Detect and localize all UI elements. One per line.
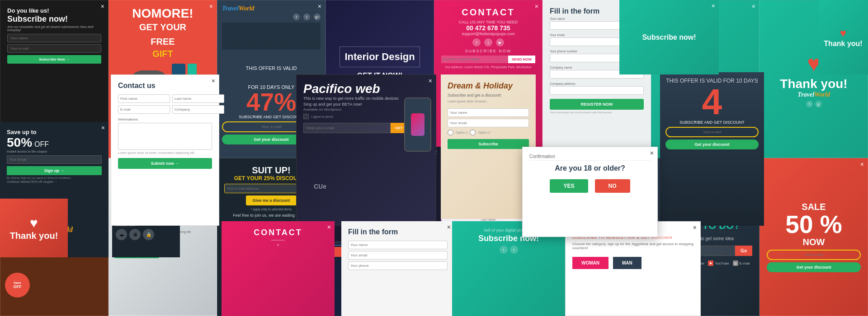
close-icon[interactable]: × [212, 77, 215, 84]
contact-title: CONTACT [254, 228, 302, 237]
fb-icon[interactable]: f [806, 101, 813, 107]
email-input[interactable] [7, 155, 102, 164]
close-icon[interactable]: × [318, 3, 321, 10]
panel-contact-dark[interactable]: × CONTACT X [222, 221, 335, 316]
lorem-text: Lorem ipsum dolor sit amet, consectetur … [118, 151, 212, 154]
sign-button[interactable]: Sign up → [7, 166, 102, 175]
first-name-input[interactable] [118, 94, 170, 103]
yt-icon[interactable]: ▶ [708, 260, 713, 266]
email-input[interactable] [441, 56, 508, 63]
email-icon[interactable]: @ [733, 260, 738, 266]
subscribe-button[interactable]: Subscribe [448, 139, 529, 149]
panel-dream-holiday[interactable]: Dream & Holiday Subscribe and get a disc… [441, 74, 536, 219]
close-icon[interactable]: × [101, 124, 105, 131]
monitor-icon: 🖥 [129, 229, 141, 240]
close-icon[interactable]: × [752, 3, 755, 10]
save-text: Save [14, 281, 21, 284]
yt-icon[interactable]: ▶ [496, 38, 504, 46]
panel-age-verification[interactable]: × Confirmation Are you 18 or older? YES … [522, 147, 658, 237]
save-50-text: 50% [7, 135, 32, 150]
close-icon[interactable]: × [101, 3, 104, 10]
information-textarea[interactable] [118, 123, 212, 150]
disclaimer-text: Your information will not be shared with… [550, 111, 644, 114]
email-label: E-mail [740, 261, 750, 265]
send-button[interactable]: SEND NOW [508, 56, 535, 63]
fb-icon[interactable]: f [472, 38, 481, 46]
choose-text: Choose the category, sign up for the Jig… [572, 242, 693, 250]
thank-you-text: Thank you! [780, 77, 847, 91]
checkbox[interactable] [303, 114, 309, 119]
get-discount-button[interactable]: Get your discount [665, 139, 759, 149]
close-icon[interactable]: × [447, 223, 451, 231]
close-icon[interactable]: × [860, 161, 864, 168]
email-input[interactable] [303, 123, 391, 133]
nomore-title: NOMORE! [132, 7, 193, 20]
sub-discount-text: SUBSCRIBE AND GET DISCOUNT [665, 120, 759, 125]
off-text: OFF [34, 140, 49, 149]
contact-form-title: Contact us [118, 82, 212, 90]
email-input[interactable] [665, 127, 759, 137]
email-input[interactable] [767, 250, 861, 260]
panel-fill-bottom[interactable]: × Fill in the form [341, 221, 454, 316]
email-text: support@thebestpopups.com [462, 32, 515, 36]
divider [271, 240, 285, 241]
close-icon[interactable]: × [327, 223, 331, 231]
coupon-text: Instant access to the coupon [7, 150, 102, 153]
email-company-row [118, 105, 212, 114]
get-discount-button[interactable]: Get your discount [767, 262, 861, 272]
email-input[interactable] [7, 44, 101, 53]
submit-button[interactable]: Submit now → [118, 158, 212, 169]
limited-text: * apply only to selected items [251, 208, 292, 211]
tw-icon[interactable]: t [484, 38, 492, 46]
subscribe-big-text: Subscribe now! [7, 15, 101, 24]
panel-contact-form[interactable]: × Contact us Informations Lorem ipsum do… [111, 74, 219, 226]
man-button[interactable]: MAN [613, 257, 642, 269]
close-icon[interactable]: × [535, 3, 538, 10]
email-item: @ E-mail [733, 260, 750, 266]
address-input[interactable] [550, 86, 644, 95]
gift-text: GIFT [152, 49, 173, 59]
last-name-input[interactable] [172, 94, 224, 103]
email-input[interactable] [448, 119, 529, 127]
name-input[interactable] [348, 241, 448, 249]
phone-input[interactable] [348, 261, 448, 270]
continue-link[interactable]: Continue without 50% off coupon → [7, 180, 102, 183]
panel-right-subscribe[interactable]: × Subscribe now! [619, 0, 719, 74]
phone-text: 00 472 678 735 [466, 24, 510, 32]
gp-icon[interactable]: g+ [314, 14, 321, 20]
gp-icon[interactable]: g [815, 101, 822, 107]
close-icon[interactable]: × [712, 2, 715, 9]
give-discount-button[interactable]: Give me a discount [246, 195, 297, 205]
radio-1[interactable] [448, 130, 453, 135]
panel-right-offer[interactable]: THIS OFFER IS VALID FOR 10 DAYS 4 SUBSCR… [660, 72, 764, 226]
name-input[interactable] [7, 34, 101, 42]
fb-icon[interactable]: f [500, 246, 508, 254]
heart-icon: ♥ [840, 27, 847, 40]
register-button[interactable]: REGISTER NOW [550, 99, 644, 110]
subscribe-now-label: SUBSCRIBE NOW [465, 49, 512, 53]
close-icon[interactable]: × [650, 149, 654, 157]
no-button[interactable]: NO [595, 179, 630, 193]
close-icon[interactable]: × [429, 77, 432, 84]
subscribe-button[interactable]: Subscribe Now → [7, 55, 101, 64]
yes-button[interactable]: YES [550, 179, 588, 193]
close-icon[interactable]: × [693, 224, 697, 231]
radio-2[interactable] [470, 130, 476, 135]
fb-icon[interactable]: f [293, 14, 300, 20]
email-input[interactable] [118, 105, 170, 114]
email-input[interactable] [348, 251, 448, 260]
tw-icon[interactable]: t [510, 246, 518, 254]
divider [529, 160, 651, 161]
panel-pacifico[interactable]: × Pacifico web This is new way to get mo… [296, 74, 436, 226]
tw-icon[interactable]: t [303, 14, 310, 20]
get-free-text: GET YOUR [139, 22, 186, 32]
company-input[interactable] [172, 105, 224, 114]
heart-icon: ♥ [30, 215, 38, 231]
name-input[interactable] [448, 108, 529, 117]
woman-button[interactable]: WOMAN [572, 257, 609, 269]
go-button[interactable]: Go [735, 246, 752, 256]
logo: TravelWorld [222, 5, 321, 12]
close-icon[interactable]: × [209, 3, 213, 10]
free-text: FREE [151, 37, 175, 46]
percent-text: 50 % [785, 212, 842, 237]
